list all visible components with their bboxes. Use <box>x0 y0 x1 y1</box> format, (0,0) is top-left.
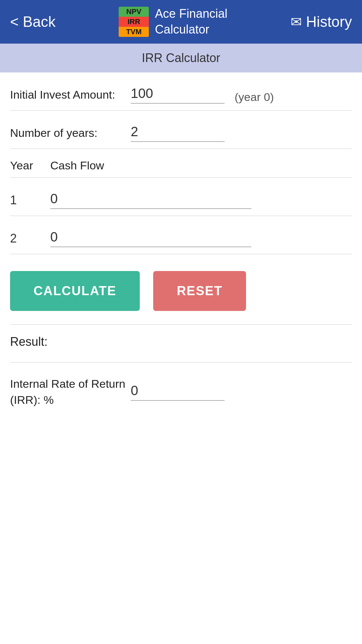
logo-npv: NPV <box>119 7 149 17</box>
history-label: History <box>306 13 352 30</box>
num-years-row: Number of years: <box>10 111 352 149</box>
app-title: Ace Financial Calculator <box>155 6 227 38</box>
year-col-header: Year <box>10 159 50 172</box>
num-years-input-wrapper <box>131 124 352 142</box>
app-logo: NPV IRR TVM <box>119 7 149 37</box>
cashflow-row-1: 1 <box>10 178 352 216</box>
irr-value-wrapper: 0 <box>131 383 352 401</box>
cashflow-year-2: 2 <box>10 231 50 246</box>
irr-value: 0 <box>131 383 225 401</box>
cashflow-input-2[interactable] <box>50 229 251 247</box>
year-hint: (year 0) <box>235 91 274 104</box>
irr-result-row: Internal Rate of Return(IRR): % 0 <box>10 363 352 415</box>
reset-button[interactable]: RESET <box>153 271 246 311</box>
initial-invest-input[interactable] <box>131 86 225 104</box>
num-years-label: Number of years: <box>10 126 131 140</box>
calculate-button[interactable]: CALCULATE <box>10 271 140 311</box>
cashflow-year-1: 1 <box>10 193 50 207</box>
initial-invest-input-wrapper: (year 0) <box>131 86 352 104</box>
app-header: < Back NPV IRR TVM Ace Financial Calcula… <box>0 0 362 44</box>
cashflow-input-1[interactable] <box>50 191 251 209</box>
envelope-icon: ✉ <box>291 14 302 30</box>
logo-area: NPV IRR TVM Ace Financial Calculator <box>119 6 227 38</box>
cashflow-row-2: 2 <box>10 216 352 254</box>
result-label: Result: <box>10 335 352 352</box>
page-subtitle: IRR Calculator <box>0 44 362 72</box>
logo-irr: IRR <box>119 17 149 27</box>
logo-tvm: TVM <box>119 27 149 37</box>
cashflow-col-header: Cash Flow <box>50 159 104 172</box>
back-button[interactable]: < Back <box>10 13 56 30</box>
num-years-input[interactable] <box>131 124 225 142</box>
history-button[interactable]: ✉ History <box>291 13 352 30</box>
result-section: Result: <box>10 325 352 363</box>
initial-invest-label: Initial Invest Amount: <box>10 88 131 101</box>
action-buttons-row: CALCULATE RESET <box>10 254 352 325</box>
initial-invest-row: Initial Invest Amount: (year 0) <box>10 72 352 111</box>
main-content: Initial Invest Amount: (year 0) Number o… <box>0 72 362 415</box>
cashflow-table-header: Year Cash Flow <box>10 149 352 178</box>
irr-label: Internal Rate of Return(IRR): % <box>10 376 131 408</box>
